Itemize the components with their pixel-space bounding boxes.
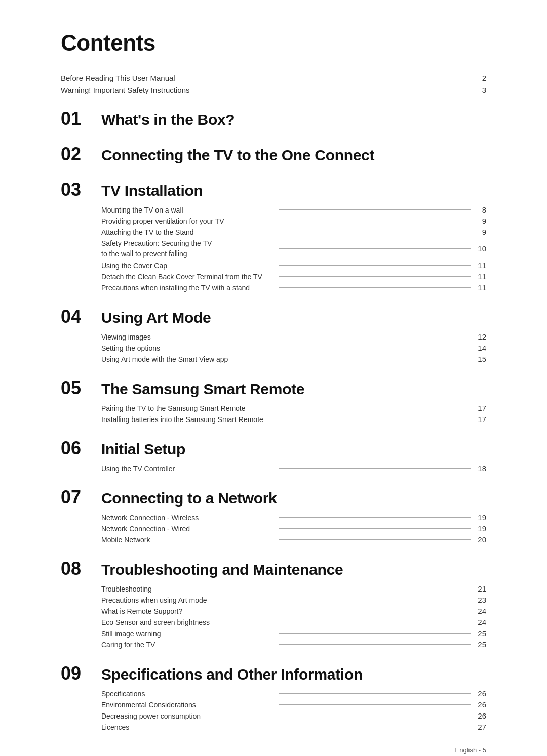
section-items-04: Viewing images12Setting the options14Usi… [61,332,486,363]
toc-item-label: Still image warning [101,629,274,638]
toc-row: Providing proper ventilation for your TV… [101,217,486,225]
toc-intro-label: Warning! Important Safety Instructions [61,86,233,94]
section-title-02: Connecting the TV to the One Connect [101,147,374,164]
toc-item-label: Setting the options [101,344,274,352]
toc-row: Licences27 [101,723,486,731]
toc-row: Precautions when installing the TV with … [101,283,486,292]
toc-item-label: Detach the Clean Back Cover Terminal fro… [101,273,274,281]
toc-row: Using the Cover Cap11 [101,261,486,270]
toc-item-label: Network Connection - Wireless [101,514,274,522]
toc-page: 25 [476,629,486,638]
toc-line [279,611,471,611]
toc-line [279,644,471,645]
toc-row: Network Connection - Wireless19 [101,513,486,522]
toc-row: Mounting the TV on a wall8 [101,205,486,214]
toc-item-label: What is Remote Support? [101,607,274,615]
section-05: 05The Samsung Smart RemotePairing the TV… [61,377,486,424]
section-header-02: 02Connecting the TV to the One Connect [61,144,486,165]
toc-line [279,276,471,277]
toc-page: 3 [476,86,486,94]
toc-line [279,716,471,716]
toc-line [279,419,471,419]
toc-item-label: Installing batteries into the Samsung Sm… [101,415,274,424]
toc-page: 11 [476,272,486,281]
section-header-04: 04Using Art Mode [61,306,486,327]
toc-page: 26 [476,689,486,698]
section-title-06: Initial Setup [101,441,185,458]
section-items-07: Network Connection - Wireless19Network C… [61,513,486,544]
toc-page: 19 [476,524,486,533]
toc-row: Detach the Clean Back Cover Terminal fro… [101,272,486,281]
toc-line [279,248,471,249]
section-title-04: Using Art Mode [101,309,211,326]
toc-line [279,209,471,210]
toc-item-label: Providing proper ventilation for your TV [101,217,274,225]
section-01: 01What's in the Box? [61,108,486,130]
toc-line [279,704,471,705]
section-04: 04Using Art ModeViewing images12Setting … [61,306,486,363]
toc-page: 11 [476,261,486,270]
toc-line [279,589,471,589]
toc-page: 17 [476,404,486,412]
toc-row: Pairing the TV to the Samsung Smart Remo… [101,404,486,412]
toc-item-label: Licences [101,723,274,731]
toc-page: 23 [476,596,486,604]
section-num-07: 07 [61,487,101,508]
toc-page: 24 [476,607,486,615]
toc-page: 21 [476,584,486,593]
toc-page: 27 [476,723,486,731]
toc-item-label: Environmental Considerations [101,701,274,709]
page-title: Contents [61,30,486,56]
section-num-01: 01 [61,108,101,130]
section-num-09: 09 [61,663,101,684]
toc-page: 26 [476,700,486,709]
section-items-05: Pairing the TV to the Samsung Smart Remo… [61,404,486,424]
toc-page: 17 [476,415,486,424]
toc-item-label: Network Connection - Wired [101,525,274,533]
toc-page: 8 [476,205,486,214]
toc-line [238,90,471,90]
toc-intro-row: Before Reading This User Manual2 [61,74,486,82]
toc-page: 12 [476,332,486,341]
toc-item-label: Safety Precaution: Securing the TVto the… [101,239,274,259]
toc-item-label: Eco Sensor and screen brightness [101,618,274,626]
toc-line [279,265,471,266]
toc-row: Mobile Network20 [101,535,486,544]
toc-item-label: Specifications [101,690,274,698]
toc-page: 26 [476,711,486,720]
toc-page: 18 [476,464,486,473]
section-num-02: 02 [61,144,101,165]
toc-item-label: Precautions when using Art mode [101,596,274,604]
toc-page: 9 [476,228,486,236]
toc-item-label: Precautions when installing the TV with … [101,284,274,292]
section-items-06: Using the TV Controller18 [61,464,486,473]
toc-line [279,408,471,408]
section-num-04: 04 [61,306,101,327]
toc-row: Eco Sensor and screen brightness24 [101,618,486,626]
toc-page: 25 [476,640,486,649]
section-title-03: TV Installation [101,182,203,199]
section-items-03: Mounting the TV on a wall8Providing prop… [61,205,486,292]
toc-row: Using the TV Controller18 [101,464,486,473]
section-items-09: Specifications26Environmental Considerat… [61,689,486,731]
section-header-07: 07Connecting to a Network [61,487,486,508]
toc-intro-row: Warning! Important Safety Instructions3 [61,86,486,94]
toc-page: 9 [476,217,486,225]
section-02: 02Connecting the TV to the One Connect [61,144,486,165]
section-06: 06Initial SetupUsing the TV Controller18 [61,438,486,473]
toc-page: 14 [476,344,486,352]
toc-page: 19 [476,513,486,522]
toc-line [279,517,471,518]
section-items-08: Troubleshooting21Precautions when using … [61,584,486,649]
toc-item-label: Using the TV Controller [101,465,274,473]
toc-row: What is Remote Support?24 [101,607,486,615]
toc-line [279,539,471,540]
section-num-03: 03 [61,179,101,200]
footer: English - 5 [61,746,486,754]
toc-item-label: Using the Cover Cap [101,262,274,270]
toc-line [279,348,471,348]
section-header-09: 09Specifications and Other Information [61,663,486,684]
toc-line [238,78,471,78]
toc-line [279,468,471,469]
toc-line [279,727,471,727]
